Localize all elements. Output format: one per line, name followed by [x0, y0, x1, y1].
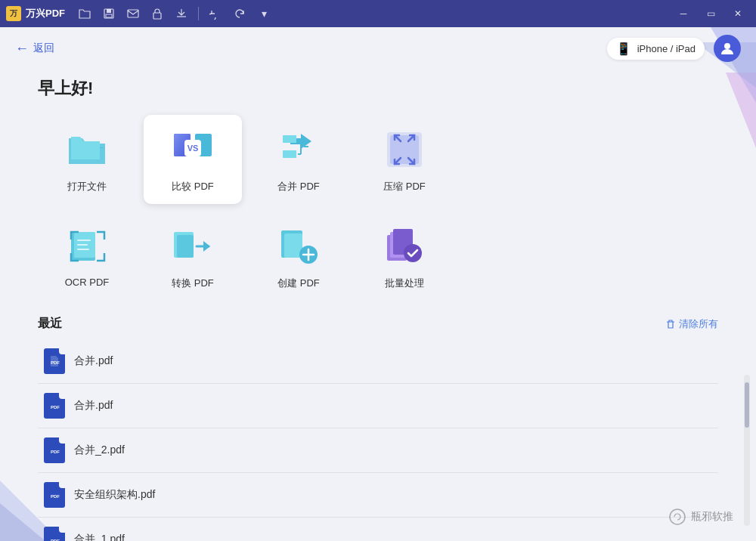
compress-pdf-label: 压缩 PDF: [383, 180, 426, 193]
svg-rect-4: [153, 13, 161, 19]
pdf-icon-1: PDF: [49, 400, 60, 412]
file-icon-4: PDF: [44, 527, 65, 541]
svg-text:VS: VS: [187, 144, 199, 153]
watermark-text: 瓶邪软推: [691, 510, 733, 524]
batch-process-label: 批量处理: [385, 277, 424, 290]
file-item-0[interactable]: PDF 合并.pdf: [38, 339, 718, 384]
svg-rect-1: [107, 9, 111, 13]
open-file-label: 打开文件: [67, 180, 107, 193]
file-list: PDF 合并.pdf PDF 合并.pdf: [38, 339, 718, 541]
svg-text:PDF: PDF: [51, 450, 60, 454]
user-avatar[interactable]: [714, 35, 741, 62]
file-name-4: 合并_1.pdf: [74, 533, 125, 541]
svg-text:PDF: PDF: [51, 494, 60, 499]
create-pdf-icon-wrap: [274, 222, 323, 270]
pdf-icon-3: PDF: [49, 489, 60, 501]
compress-pdf-icon-wrap: [380, 125, 429, 174]
action-compare-pdf[interactable]: VS 比较 PDF: [144, 115, 242, 204]
svg-rect-2: [106, 14, 112, 17]
main-panel: ← 返回 📱 iPhone / iPad 早上好!: [0, 27, 756, 541]
app-logo: 万 万兴PDF: [6, 6, 65, 21]
file-item-3[interactable]: PDF 安全组织架构.pdf: [38, 473, 718, 518]
svg-rect-21: [77, 244, 88, 246]
svg-point-31: [404, 244, 422, 262]
open-file-icon: [65, 128, 109, 172]
compare-pdf-icon: VS: [171, 128, 215, 172]
svg-text:PDF: PDF: [51, 360, 60, 365]
file-name-3: 安全组织架构.pdf: [74, 488, 155, 502]
save-tool-btn[interactable]: [98, 3, 119, 24]
dropdown-btn[interactable]: ▾: [253, 3, 274, 24]
pdf-icon-4: PDF: [49, 533, 60, 541]
device-icon: 📱: [616, 42, 631, 56]
close-btn[interactable]: ✕: [726, 3, 750, 24]
file-name-2: 合并_2.pdf: [74, 444, 125, 457]
restore-btn[interactable]: ▭: [699, 3, 723, 24]
svg-rect-20: [77, 240, 91, 241]
titlebar: 万 万兴PDF: [0, 0, 756, 27]
convert-pdf-label: 转换 PDF: [172, 277, 214, 290]
watermark-icon: [668, 508, 686, 526]
merge-pdf-label: 合并 PDF: [277, 180, 320, 193]
ocr-pdf-label: OCR PDF: [65, 277, 110, 288]
svg-rect-3: [128, 10, 138, 17]
minimize-btn[interactable]: ─: [671, 3, 696, 24]
content-area: ← 返回 📱 iPhone / iPad 早上好!: [0, 27, 756, 541]
undo-btn[interactable]: [205, 3, 226, 24]
file-icon-0: PDF: [44, 348, 65, 374]
top-nav: ← 返回 📱 iPhone / iPad: [0, 27, 756, 70]
clear-all-button[interactable]: 清除所有: [665, 317, 718, 331]
actions-grid: 打开文件 VS: [0, 100, 756, 316]
clear-all-label: 清除所有: [679, 317, 718, 331]
pdf-icon-2: PDF: [49, 444, 60, 456]
recent-title: 最近: [38, 316, 62, 332]
open-file-icon-wrap: [63, 125, 111, 174]
device-label: iPhone / iPad: [637, 43, 696, 54]
merge-pdf-icon: [277, 128, 321, 172]
ocr-pdf-icon-wrap: [63, 222, 111, 270]
recent-section: 最近 清除所有 PDF 合并.pdf: [0, 316, 756, 541]
file-name-1: 合并.pdf: [74, 399, 113, 413]
file-name-0: 合并.pdf: [74, 354, 113, 368]
logo-icon: 万: [6, 6, 21, 21]
file-item-1[interactable]: PDF 合并.pdf: [38, 384, 718, 428]
svg-point-37: [670, 509, 685, 524]
export-tool-btn[interactable]: [171, 3, 192, 24]
batch-process-icon-wrap: [380, 222, 429, 270]
action-merge-pdf[interactable]: 合并 PDF: [249, 115, 348, 204]
action-open-file[interactable]: 打开文件: [38, 115, 136, 204]
watermark: 瓶邪软推: [668, 508, 733, 526]
back-label: 返回: [33, 42, 54, 55]
tool-divider: [198, 7, 199, 20]
open-tool-btn[interactable]: [74, 3, 95, 24]
action-compress-pdf[interactable]: 压缩 PDF: [355, 115, 454, 204]
action-convert-pdf[interactable]: 转换 PDF: [144, 212, 242, 301]
file-icon-2: PDF: [44, 437, 65, 463]
action-ocr-pdf[interactable]: OCR PDF: [38, 212, 136, 301]
create-pdf-label: 创建 PDF: [277, 277, 320, 290]
window-controls: ─ ▭ ✕: [671, 3, 750, 24]
file-item-2[interactable]: PDF 合并_2.pdf: [38, 428, 718, 473]
clear-icon: [665, 319, 676, 329]
file-item-4[interactable]: PDF 合并_1.pdf: [38, 518, 718, 541]
pdf-icon-0: PDF: [49, 355, 60, 367]
lock-tool-btn[interactable]: [147, 3, 168, 24]
svg-rect-22: [77, 249, 89, 250]
toolbar: ▾: [74, 3, 274, 24]
file-icon-1: PDF: [44, 393, 65, 419]
device-selector[interactable]: 📱 iPhone / iPad: [607, 38, 705, 60]
redo-btn[interactable]: [229, 3, 250, 24]
create-pdf-icon: [277, 224, 321, 268]
convert-pdf-icon-wrap: [169, 222, 217, 270]
recent-header: 最近 清除所有: [38, 316, 718, 332]
compare-pdf-icon-wrap: VS: [169, 125, 217, 174]
file-icon-3: PDF: [44, 482, 65, 508]
svg-rect-24: [177, 235, 194, 258]
compare-pdf-label: 比较 PDF: [172, 180, 214, 193]
action-batch-process[interactable]: 批量处理: [355, 212, 454, 301]
action-create-pdf[interactable]: 创建 PDF: [249, 212, 348, 301]
back-button[interactable]: ← 返回: [15, 41, 54, 57]
batch-process-icon: [383, 224, 426, 268]
email-tool-btn[interactable]: [122, 3, 144, 24]
greeting-text: 早上好!: [0, 77, 756, 100]
